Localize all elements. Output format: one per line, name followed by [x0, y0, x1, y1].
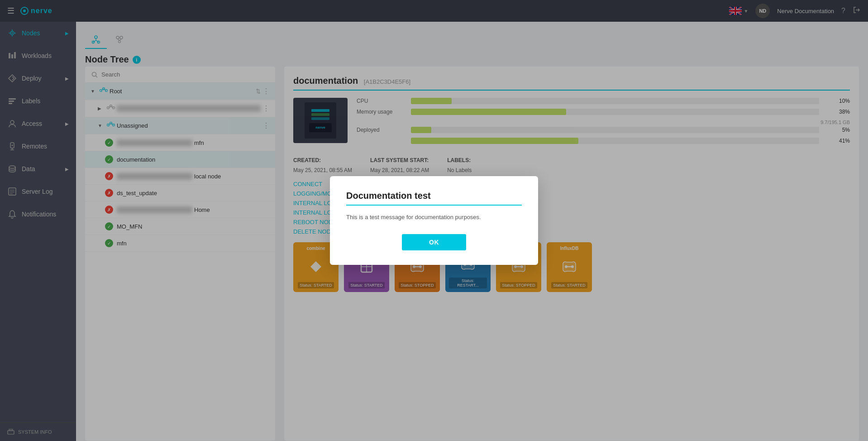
modal-ok-button[interactable]: OK	[402, 234, 466, 250]
modal-dialog: Documentation test This is a test messag…	[330, 176, 538, 265]
modal-footer: OK	[346, 234, 522, 250]
modal-body: This is a test message for documentation…	[346, 213, 522, 222]
modal-overlay[interactable]: Documentation test This is a test messag…	[0, 0, 868, 441]
modal-title: Documentation test	[346, 191, 522, 206]
